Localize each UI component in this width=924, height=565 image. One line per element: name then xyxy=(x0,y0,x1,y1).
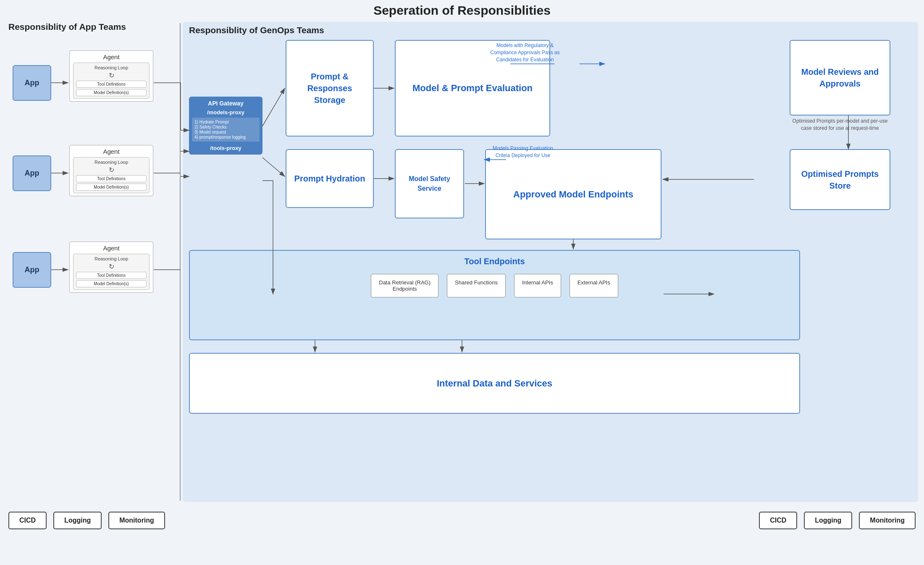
tool-endpoint-item-3: External APIs xyxy=(570,274,618,297)
model-safety-box: Model Safety Service xyxy=(395,149,464,218)
tool-endpoints-items: Data Retrieval (RAG)Endpoints Shared Fun… xyxy=(190,274,799,297)
agent-3-label: Agent xyxy=(73,244,150,252)
agent-box-1: Agent Reasoning Loop ↻ Tool Definitions … xyxy=(69,50,153,102)
badge-monitoring-left: Monitoring xyxy=(108,512,165,529)
app-box-3: App xyxy=(13,252,51,288)
app-box-2: App xyxy=(13,155,51,191)
tool-endpoints-box: Tool Endpoints Data Retrieval (RAG)Endpo… xyxy=(189,250,800,340)
agent-box-3: Agent Reasoning Loop ↻ Tool Definitions … xyxy=(69,242,153,293)
tool-endpoint-item-2: Internal APIs xyxy=(514,274,561,297)
prompt-hydration-text: Prompt Hydration xyxy=(294,173,365,184)
bottom-badges-right: CICD Logging Monitoring xyxy=(759,512,916,529)
api-step-1: 1) Hydrate Prompt xyxy=(194,120,257,124)
diagram-container: Seperation of Responsiblities Responsibl… xyxy=(0,0,924,538)
bottom-badges-left: CICD Logging Monitoring xyxy=(8,512,165,529)
tools-proxy-label: /tools-proxy xyxy=(192,145,260,151)
vertical-divider xyxy=(180,23,181,501)
reasoning-loop-1: Reasoning Loop xyxy=(76,65,147,70)
api-gateway-title: API Gateway xyxy=(192,100,260,107)
badge-logging-right: Logging xyxy=(804,512,852,529)
agent-box-2: Agent Reasoning Loop ↻ Tool Definitions … xyxy=(69,145,153,196)
model-reviews-box: Model Reviews and Approvals xyxy=(790,40,890,116)
main-title: Seperation of Responsiblities xyxy=(373,3,551,18)
internal-data-text: Internal Data and Services xyxy=(437,378,552,389)
reasoning-loop-2: Reasoning Loop xyxy=(76,160,147,165)
optimised-prompts-box: Optimised Prompts Store xyxy=(790,149,890,210)
tool-endpoint-item-0: Data Retrieval (RAG)Endpoints xyxy=(371,274,438,297)
prompt-storage-box: Prompt & Responses Storage xyxy=(286,40,374,137)
approved-endpoints-box: Approved Model Endpoints xyxy=(485,149,662,239)
model-def-3: Model Definition(s) xyxy=(76,280,147,287)
annotation-optimised: Optimised Prompts per-model and per-usec… xyxy=(788,118,892,132)
models-proxy-label: /models-proxy xyxy=(192,109,260,116)
model-def-1: Model Definition(s) xyxy=(76,89,147,96)
agent-1-label: Agent xyxy=(73,53,150,60)
model-reviews-text: Model Reviews and Approvals xyxy=(795,66,885,89)
tool-def-3: Tool Definitions xyxy=(76,272,147,279)
reasoning-loop-3: Reasoning Loop xyxy=(76,256,147,261)
app-box-1: App xyxy=(13,65,51,101)
model-eval-text: Model & Prompt Evaluation xyxy=(412,82,533,95)
internal-data-box: Internal Data and Services xyxy=(189,353,800,414)
api-step-3: 3) Model request xyxy=(194,130,257,134)
genops-area-title: Responsiblity of GenOps Teams xyxy=(189,25,324,35)
badge-cicd-right: CICD xyxy=(759,512,797,529)
tool-endpoint-item-1: Shared Functions xyxy=(447,274,506,297)
agent-2-label: Agent xyxy=(73,148,150,155)
prompt-hydration-box: Prompt Hydration xyxy=(286,149,374,208)
tool-def-2: Tool Definitions xyxy=(76,175,147,182)
left-section-title: Responsiblity of App Teams xyxy=(8,22,126,32)
badge-cicd-left: CICD xyxy=(8,512,47,529)
badge-monitoring-right: Monitoring xyxy=(859,512,916,529)
tool-def-1: Tool Definitions xyxy=(76,81,147,88)
annotation-evaluation: Models Passing EvaluationCriteia Deploye… xyxy=(477,145,569,159)
model-safety-text: Model Safety Service xyxy=(400,174,459,193)
prompt-storage-text: Prompt & Responses Storage xyxy=(291,71,368,106)
approved-endpoints-text: Approved Model Endpoints xyxy=(513,189,633,200)
api-gateway-box: API Gateway /models-proxy 1) Hydrate Pro… xyxy=(189,97,262,155)
model-def-2: Model Definition(s) xyxy=(76,184,147,191)
api-step-4: 4) prompt/response logging xyxy=(194,135,257,139)
annotation-regulatory: Models with Regulatory &Compliance Appro… xyxy=(475,42,575,63)
tool-endpoints-title: Tool Endpoints xyxy=(190,257,799,266)
optimised-prompts-text: Optimised Prompts Store xyxy=(795,168,885,192)
badge-logging-left: Logging xyxy=(53,512,102,529)
api-step-2: 2) Safety Checks xyxy=(194,125,257,129)
